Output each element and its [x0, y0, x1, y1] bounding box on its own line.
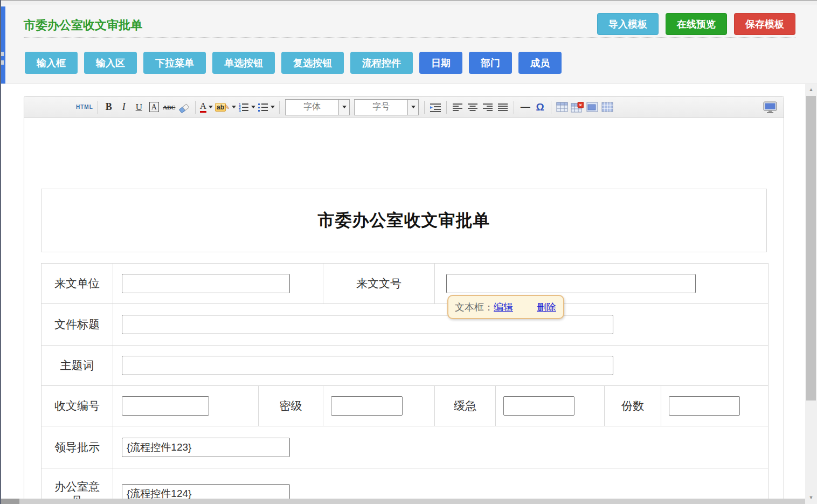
- scroll-down-arrow[interactable]: ▼: [805, 493, 817, 502]
- table-props-button[interactable]: [601, 100, 614, 114]
- form-title-box: 市委办公室收文审批单: [41, 189, 767, 252]
- header-actions: 导入模板 在线预览 保存模板: [597, 13, 795, 35]
- radio-button-button[interactable]: 单选按钮: [212, 52, 275, 74]
- scroll-up-arrow[interactable]: ▲: [805, 85, 817, 94]
- align-justify-button[interactable]: [496, 100, 509, 114]
- font-color-button[interactable]: A: [200, 100, 213, 114]
- dialog-content: HTML B I U A ABC A ab: [0, 84, 805, 504]
- copies-input[interactable]: [669, 396, 740, 416]
- highlight-color-button[interactable]: ab ✎: [215, 100, 236, 114]
- label-security-level: 密级: [259, 386, 323, 426]
- toolbar-separator: [514, 101, 514, 114]
- vertical-scrollbar[interactable]: ▲ ▼: [805, 84, 817, 504]
- member-button[interactable]: 成员: [518, 52, 562, 74]
- table-row: 来文单位 来文文号: [41, 264, 768, 304]
- format-block-button[interactable]: A: [148, 100, 161, 114]
- urgency-input[interactable]: [503, 396, 574, 416]
- remove-format-button[interactable]: [178, 100, 191, 114]
- field-control-buttons: 输入框 输入区 下拉菜单 单选按钮 复选按钮 流程控件 日期 部门 成员: [25, 52, 562, 74]
- strip-notch: [1, 52, 4, 56]
- indent-button[interactable]: [429, 100, 442, 114]
- dropdown-menu-button[interactable]: 下拉菜单: [143, 52, 206, 74]
- table-row: 领导批示: [41, 426, 768, 468]
- scrollbar-thumb[interactable]: [806, 96, 816, 401]
- align-center-icon: [467, 102, 478, 113]
- background-page-strip: [1, 6, 5, 84]
- checkbox-button[interactable]: 复选按钮: [281, 52, 344, 74]
- strikethrough-button[interactable]: ABC: [163, 100, 176, 114]
- approval-form-table: 来文单位 来文文号 文件标题 主题词: [41, 263, 768, 504]
- table-icon: [556, 102, 568, 112]
- eraser-icon: [178, 102, 190, 113]
- font-family-select[interactable]: 字体: [285, 99, 350, 115]
- flow-control-button[interactable]: 流程控件: [350, 52, 413, 74]
- svg-text:3: 3: [239, 109, 241, 113]
- window-top-strip: [0, 0, 817, 4]
- cell-security-level: [323, 386, 435, 426]
- monitor-icon: [763, 101, 777, 113]
- strike-label: ABC: [163, 104, 175, 111]
- import-template-button[interactable]: 导入模板: [597, 13, 659, 35]
- fullscreen-button[interactable]: [763, 100, 777, 114]
- italic-button[interactable]: I: [117, 100, 130, 114]
- delete-field-link[interactable]: 删除: [537, 301, 556, 314]
- table-cell-props-button[interactable]: [586, 100, 599, 114]
- select-arrow[interactable]: [407, 100, 418, 115]
- bold-button[interactable]: B: [102, 100, 115, 114]
- toolbar-separator: [446, 101, 447, 114]
- save-template-button[interactable]: 保存模板: [734, 13, 795, 35]
- table-row: 收文编号 密级 缓急 份数: [41, 386, 768, 426]
- align-left-button[interactable]: [451, 100, 464, 114]
- align-right-button[interactable]: [481, 100, 494, 114]
- bold-label: B: [106, 101, 112, 113]
- window-bottom-strip: [0, 499, 805, 504]
- ordered-list-icon: 1 2 3: [238, 102, 249, 113]
- horizontal-rule-button[interactable]: —: [518, 100, 531, 114]
- table-delete-icon: ×: [571, 102, 584, 113]
- input-box-button[interactable]: 输入框: [25, 52, 78, 74]
- cell-doc-title: [113, 304, 768, 346]
- edit-field-link[interactable]: 编辑: [494, 301, 513, 314]
- unordered-list-button[interactable]: [258, 100, 275, 114]
- select-arrow[interactable]: [338, 100, 349, 115]
- window-bottom-strip-left: [0, 499, 19, 504]
- label-doc-title: 文件标题: [41, 304, 113, 346]
- label-urgency: 缓急: [435, 386, 496, 426]
- input-area-button[interactable]: 输入区: [84, 52, 137, 74]
- keywords-input[interactable]: [122, 356, 613, 375]
- form-title: 市委办公室收文审批单: [318, 209, 490, 232]
- date-button[interactable]: 日期: [419, 52, 462, 74]
- special-char-button[interactable]: Ω: [534, 100, 546, 114]
- department-button[interactable]: 部门: [469, 52, 512, 74]
- boxed-a-label: A: [149, 102, 159, 112]
- align-justify-icon: [497, 102, 508, 113]
- doc-number-input[interactable]: [446, 274, 696, 293]
- chevron-down-icon: [411, 106, 416, 108]
- chevron-down-icon: [342, 106, 347, 108]
- insert-table-button[interactable]: [556, 100, 569, 114]
- html-label: HTML: [76, 104, 93, 110]
- label-receive-number: 收文编号: [41, 386, 113, 426]
- cell-keywords: [113, 346, 768, 386]
- table-grid-icon: [601, 102, 613, 112]
- source-code-button[interactable]: HTML: [76, 100, 93, 114]
- font-color-label: A: [200, 101, 206, 113]
- underline-button[interactable]: U: [133, 100, 146, 114]
- align-right-icon: [482, 102, 493, 113]
- delete-table-button[interactable]: ×: [571, 100, 584, 114]
- security-level-input[interactable]: [331, 396, 403, 416]
- editor-canvas[interactable]: 市委办公室收文审批单 来文单位 来文文号: [24, 118, 784, 504]
- table-merged-cell-icon: [586, 102, 598, 112]
- online-preview-button[interactable]: 在线预览: [666, 13, 727, 35]
- svg-text:×: ×: [579, 102, 582, 108]
- font-size-select[interactable]: 字号: [354, 99, 419, 115]
- source-unit-input[interactable]: [122, 274, 290, 293]
- ordered-list-button[interactable]: 1 2 3: [238, 100, 255, 114]
- receive-number-input[interactable]: [122, 396, 209, 416]
- rich-text-editor: HTML B I U A ABC A ab: [24, 96, 784, 504]
- align-center-button[interactable]: [466, 100, 479, 114]
- toolbar-separator: [98, 101, 98, 114]
- field-tooltip: 文本框： 编辑 删除: [447, 295, 564, 319]
- hr-label: —: [521, 101, 530, 113]
- leader-note-input[interactable]: [122, 438, 290, 457]
